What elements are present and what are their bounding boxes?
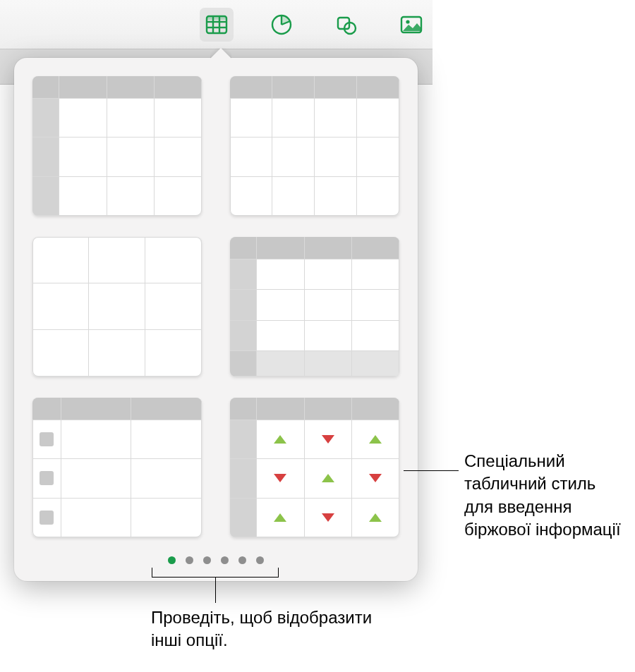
callout-dots-label: Проведіть, щоб відобразити інші опції. xyxy=(151,606,384,652)
page-dot[interactable] xyxy=(168,556,176,564)
media-icon xyxy=(399,13,423,37)
table-styles-grid xyxy=(32,76,399,537)
table-icon xyxy=(205,13,229,37)
triangle-up-icon xyxy=(369,513,382,522)
table-styles-popover xyxy=(14,58,418,581)
table-style-header-row[interactable] xyxy=(230,76,399,216)
triangle-down-icon xyxy=(322,513,334,522)
triangle-up-icon xyxy=(322,474,334,482)
callout-stock-label: Спеціальний табличний стиль для введення… xyxy=(464,450,628,542)
callout-leader-line xyxy=(215,578,216,603)
page-dot[interactable] xyxy=(256,556,264,564)
checkbox-icon xyxy=(40,471,54,485)
table-style-checklist[interactable] xyxy=(32,398,202,537)
shape-icon xyxy=(334,13,358,37)
page-dot[interactable] xyxy=(203,556,211,564)
page-dot[interactable] xyxy=(186,556,193,564)
checkbox-icon xyxy=(40,511,54,525)
checkbox-icon xyxy=(40,432,54,446)
page-dot[interactable] xyxy=(221,556,229,564)
toolbar xyxy=(0,0,433,49)
table-style-header-footer[interactable] xyxy=(230,237,399,377)
triangle-up-icon xyxy=(369,435,382,444)
triangle-up-icon xyxy=(274,513,286,522)
page-dots[interactable] xyxy=(14,556,418,564)
svg-rect-5 xyxy=(207,16,226,20)
table-style-stock[interactable] xyxy=(230,398,399,537)
insert-shape-button[interactable] xyxy=(329,8,363,42)
popover-arrow xyxy=(210,48,231,59)
insert-chart-button[interactable] xyxy=(265,8,298,42)
insert-table-button[interactable] xyxy=(200,8,234,42)
triangle-down-icon xyxy=(322,435,334,444)
triangle-up-icon xyxy=(274,435,286,444)
callout-bracket xyxy=(152,568,279,578)
pie-icon xyxy=(270,13,294,37)
callout-leader-line xyxy=(404,470,459,471)
table-style-plain[interactable] xyxy=(32,237,202,377)
svg-point-12 xyxy=(406,20,409,23)
triangle-down-icon xyxy=(274,474,286,482)
insert-media-button[interactable] xyxy=(394,8,428,42)
table-style-header-row-col[interactable] xyxy=(32,76,202,216)
triangle-down-icon xyxy=(369,474,382,482)
page-dot[interactable] xyxy=(238,556,246,564)
